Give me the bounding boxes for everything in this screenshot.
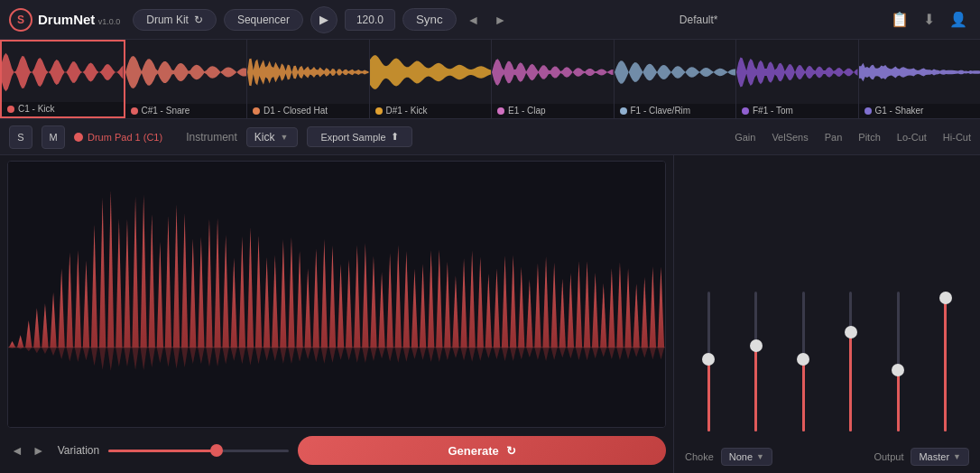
slider-track-velsens[interactable] bbox=[754, 292, 757, 431]
notes-icon: 📋 bbox=[891, 11, 909, 28]
variation-track bbox=[108, 450, 289, 452]
slider-fill-pitch bbox=[849, 332, 852, 431]
pad-dot-2 bbox=[253, 107, 260, 115]
slider-col-velsens bbox=[754, 251, 757, 431]
slider-col-pan bbox=[802, 251, 805, 431]
pad-dot-3 bbox=[375, 107, 383, 115]
pad-cell-ds1[interactable]: D#1 - Kick bbox=[370, 40, 493, 118]
param-label-velsens: VelSens bbox=[772, 132, 808, 143]
waveform-canvas bbox=[8, 162, 665, 427]
pad-label-2: D1 - Closed Hat bbox=[263, 106, 328, 116]
app-container: S DrumNet v1.0.0 Drum Kit ↻ Sequencer ▶ … bbox=[0, 0, 980, 473]
refresh-icon: ↻ bbox=[194, 14, 203, 26]
sliders-row bbox=[685, 162, 969, 441]
app-version: v1.0.0 bbox=[98, 17, 121, 26]
instrument-row: S M Drum Pad 1 (C1) Instrument Kick ▼ Ex… bbox=[0, 119, 980, 155]
slider-thumb-pan[interactable] bbox=[797, 353, 809, 366]
instrument-dropdown[interactable]: Kick ▼ bbox=[246, 127, 299, 147]
slider-col-gain bbox=[707, 251, 710, 431]
choke-chevron-icon: ▼ bbox=[756, 452, 764, 461]
slider-thumb-lo_cut[interactable] bbox=[892, 364, 904, 376]
drum-pad-label: Drum Pad 1 (C1) bbox=[74, 132, 162, 143]
slider-track-hi_cut[interactable] bbox=[944, 292, 947, 431]
export-sample-button[interactable]: Export Sample ⬆ bbox=[307, 126, 411, 147]
variation-fill bbox=[108, 450, 217, 452]
pad-dot-4 bbox=[497, 107, 504, 115]
slider-track-pan[interactable] bbox=[802, 292, 805, 431]
sync-button[interactable]: Sync bbox=[402, 8, 457, 31]
param-label-pan: Pan bbox=[825, 132, 843, 143]
param-label-gain: Gain bbox=[735, 132, 755, 143]
variation-slider[interactable] bbox=[108, 450, 289, 452]
pad-dot-0 bbox=[7, 106, 14, 113]
top-bar: S DrumNet v1.0.0 Drum Kit ↻ Sequencer ▶ … bbox=[0, 0, 980, 40]
waveform-area: ◄ ► Variation Generate ↻ bbox=[0, 155, 673, 473]
slider-fill-velsens bbox=[754, 346, 757, 431]
notes-button[interactable]: 📋 bbox=[887, 7, 912, 32]
slider-thumb-pitch[interactable] bbox=[845, 326, 857, 339]
instrument-label: Instrument bbox=[186, 131, 237, 144]
play-button[interactable]: ▶ bbox=[310, 6, 337, 33]
bottom-controls: ◄ ► Variation Generate ↻ bbox=[7, 433, 666, 468]
slider-fill-lo_cut bbox=[897, 370, 900, 431]
pad-cell-g1[interactable]: G1 - Shaker bbox=[859, 40, 981, 118]
waveform-next-button[interactable]: ► bbox=[29, 441, 49, 459]
pad-cell-cs1[interactable]: C#1 - Snare bbox=[125, 40, 248, 118]
slider-track-gain[interactable] bbox=[707, 292, 710, 431]
param-label-hi-cut: Hi-Cut bbox=[943, 132, 971, 143]
sync-label: Sync bbox=[416, 13, 443, 26]
pad-dot-1 bbox=[131, 107, 138, 115]
generate-button[interactable]: Generate ↻ bbox=[298, 436, 666, 465]
pad-dot-6 bbox=[742, 107, 749, 115]
slider-track-pitch[interactable] bbox=[849, 292, 852, 431]
pad-cell-fs1[interactable]: F#1 - Tom bbox=[736, 40, 859, 118]
user-button[interactable]: 👤 bbox=[946, 7, 971, 32]
preset-prev-button[interactable]: ◄ bbox=[464, 11, 484, 29]
solo-button[interactable]: S bbox=[9, 125, 32, 149]
bottom-row-right: Choke None ▼ Output Master ▼ bbox=[685, 444, 969, 466]
bpm-display: 120.0 bbox=[345, 9, 395, 31]
mute-button[interactable]: M bbox=[42, 125, 65, 149]
pad-label-3: D#1 - Kick bbox=[386, 106, 428, 116]
param-label-pitch: Pitch bbox=[858, 132, 880, 143]
param-label-lo-cut: Lo-Cut bbox=[897, 132, 927, 143]
output-chevron-icon: ▼ bbox=[953, 452, 961, 461]
preset-next-button[interactable]: ► bbox=[490, 11, 510, 29]
slider-col-lo_cut bbox=[897, 251, 900, 431]
slider-thumb-hi_cut[interactable] bbox=[939, 292, 952, 304]
main-area: ◄ ► Variation Generate ↻ bbox=[0, 155, 980, 473]
pad-cell-f1[interactable]: F1 - Clave/Rim bbox=[615, 40, 737, 118]
output-dropdown[interactable]: Master ▼ bbox=[911, 448, 969, 466]
pad-cell-c1[interactable]: C1 - Kick bbox=[0, 40, 125, 118]
variation-thumb[interactable] bbox=[210, 444, 223, 457]
play-icon: ▶ bbox=[319, 13, 328, 26]
pad-cell-e1[interactable]: E1 - Clap bbox=[492, 40, 615, 118]
slider-fill-hi_cut bbox=[944, 298, 947, 431]
waveform-display bbox=[7, 161, 666, 428]
logo-icon: S bbox=[9, 8, 32, 32]
logo: S DrumNet v1.0.0 bbox=[9, 8, 120, 32]
user-icon: 👤 bbox=[949, 11, 967, 28]
sequencer-button[interactable]: Sequencer bbox=[224, 9, 303, 31]
pad-cell-d1[interactable]: D1 - Closed Hat bbox=[247, 40, 370, 118]
chevron-down-icon: ▼ bbox=[281, 133, 289, 142]
slider-fill-gain bbox=[707, 359, 710, 431]
pad-dot-5 bbox=[620, 107, 627, 115]
download-button[interactable]: ⬇ bbox=[920, 7, 938, 32]
slider-thumb-velsens[interactable] bbox=[750, 339, 763, 352]
variation-label: Variation bbox=[58, 444, 99, 457]
slider-thumb-gain[interactable] bbox=[702, 353, 715, 366]
right-panel: Choke None ▼ Output Master ▼ bbox=[673, 155, 980, 473]
choke-dropdown[interactable]: None ▼ bbox=[721, 448, 772, 466]
waveform-prev-button[interactable]: ◄ bbox=[7, 441, 27, 459]
slider-track-lo_cut[interactable] bbox=[897, 292, 900, 431]
drum-kit-button[interactable]: Drum Kit ↻ bbox=[133, 9, 217, 31]
pad-label-0: C1 - Kick bbox=[18, 104, 55, 114]
slider-col-pitch bbox=[849, 251, 852, 431]
pad-label-4: E1 - Clap bbox=[508, 106, 546, 116]
sequencer-label: Sequencer bbox=[237, 14, 290, 26]
pad-label-6: F#1 - Tom bbox=[753, 106, 793, 116]
pad-indicator bbox=[74, 133, 83, 142]
app-name: DrumNet bbox=[38, 12, 95, 27]
generate-icon: ↻ bbox=[506, 444, 516, 458]
